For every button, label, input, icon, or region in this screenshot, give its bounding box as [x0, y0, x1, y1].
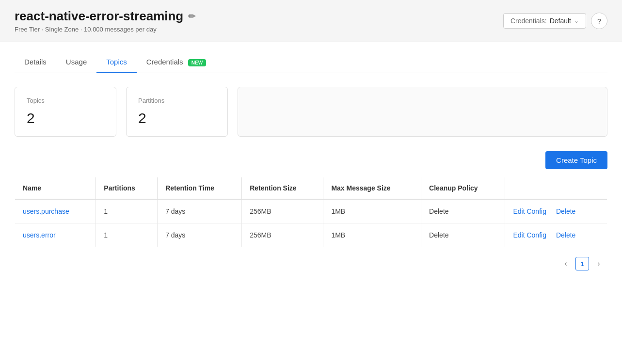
- row2-name[interactable]: users.error: [15, 223, 96, 247]
- row2-delete-link[interactable]: Delete: [556, 231, 575, 239]
- col-max-message-size: Max Message Size: [323, 177, 421, 200]
- table-row: users.purchase 1 7 days 256MB 1MB Delete…: [15, 199, 607, 223]
- row2-max-message-size: 1MB: [323, 223, 421, 247]
- stat-card-partitions: Partitions 2: [126, 87, 228, 137]
- app-subtitle: Free Tier · Single Zone · 10.000 message…: [15, 26, 195, 33]
- edit-icon[interactable]: ✏: [188, 11, 195, 22]
- tab-credentials[interactable]: Credentials NEW: [137, 52, 216, 73]
- row1-max-message-size: 1MB: [323, 199, 421, 223]
- table-body: users.purchase 1 7 days 256MB 1MB Delete…: [15, 199, 607, 247]
- row1-partitions: 1: [96, 199, 158, 223]
- row1-name[interactable]: users.purchase: [15, 199, 96, 223]
- tab-topics[interactable]: Topics: [96, 52, 137, 73]
- pagination: ‹ 1 ›: [15, 257, 607, 270]
- col-partitions: Partitions: [96, 177, 158, 200]
- stat-topics-value: 2: [27, 110, 104, 127]
- pagination-page-1[interactable]: 1: [575, 257, 589, 270]
- chevron-down-icon: ⌄: [574, 17, 579, 24]
- stat-card-topics: Topics 2: [15, 87, 116, 137]
- col-retention-size: Retention Size: [242, 177, 323, 200]
- row1-cleanup-policy: Delete: [421, 199, 505, 223]
- credentials-dropdown[interactable]: Credentials: Default ⌄: [503, 13, 586, 29]
- help-icon: ?: [597, 17, 601, 25]
- row2-retention-time: 7 days: [158, 223, 242, 247]
- row1-retention-size: 256MB: [242, 199, 323, 223]
- topics-table: Name Partitions Retention Time Retention…: [15, 177, 607, 247]
- top-bar: react-native-error-streaming ✏ Free Tier…: [0, 0, 622, 42]
- row1-retention-time: 7 days: [158, 199, 242, 223]
- pagination-prev[interactable]: ‹: [559, 257, 573, 270]
- top-bar-left: react-native-error-streaming ✏ Free Tier…: [15, 9, 195, 33]
- tab-usage[interactable]: Usage: [56, 52, 96, 73]
- actions-row: Create Topic: [15, 151, 607, 169]
- app-title-container: react-native-error-streaming ✏: [15, 9, 195, 24]
- row1-delete-link[interactable]: Delete: [556, 207, 575, 215]
- stat-cards: Topics 2 Partitions 2: [15, 87, 607, 137]
- tab-details[interactable]: Details: [15, 52, 56, 73]
- row1-actions: Edit Config Delete: [505, 199, 607, 223]
- tabs: Details Usage Topics Credentials NEW: [15, 52, 607, 73]
- row2-retention-size: 256MB: [242, 223, 323, 247]
- row2-cleanup-policy: Delete: [421, 223, 505, 247]
- app-title: react-native-error-streaming: [15, 9, 183, 24]
- credentials-label: Credentials:: [510, 17, 547, 25]
- new-badge: NEW: [188, 59, 206, 66]
- row1-edit-config-link[interactable]: Edit Config: [513, 207, 546, 215]
- table-row: users.error 1 7 days 256MB 1MB Delete Ed…: [15, 223, 607, 247]
- stat-partitions-value: 2: [138, 110, 216, 127]
- row2-partitions: 1: [96, 223, 158, 247]
- col-cleanup-policy: Cleanup Policy: [421, 177, 505, 200]
- credentials-value: Default: [550, 17, 571, 25]
- table-header: Name Partitions Retention Time Retention…: [15, 177, 607, 200]
- main-content: Details Usage Topics Credentials NEW Top…: [0, 42, 622, 280]
- col-name: Name: [15, 177, 96, 200]
- stat-card-empty: [238, 87, 607, 137]
- row2-actions: Edit Config Delete: [505, 223, 607, 247]
- top-bar-right: Credentials: Default ⌄ ?: [503, 13, 607, 29]
- create-topic-button[interactable]: Create Topic: [545, 151, 607, 169]
- col-retention-time: Retention Time: [158, 177, 242, 200]
- stat-partitions-label: Partitions: [138, 97, 216, 104]
- stat-topics-label: Topics: [27, 97, 104, 104]
- help-button[interactable]: ?: [591, 13, 607, 29]
- pagination-next[interactable]: ›: [592, 257, 606, 270]
- row2-edit-config-link[interactable]: Edit Config: [513, 231, 546, 239]
- col-actions: [505, 177, 607, 200]
